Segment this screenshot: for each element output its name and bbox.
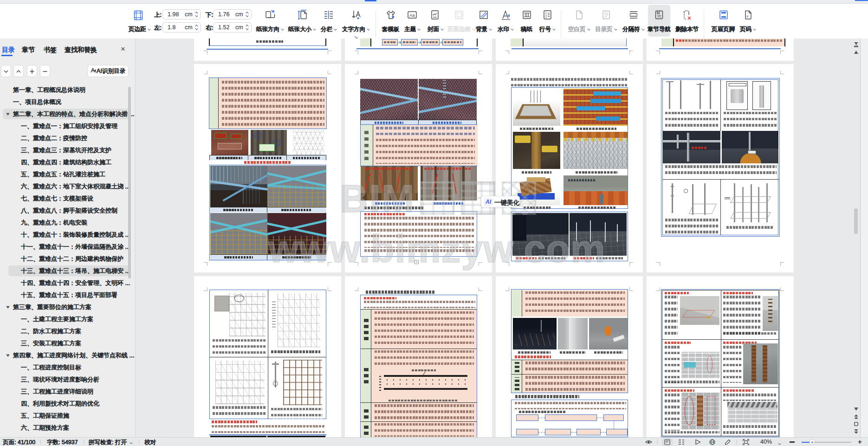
svg-text:Aa: Aa: [409, 13, 415, 18]
svg-text:2: 2: [545, 15, 547, 18]
svg-text:1: 1: [545, 12, 547, 15]
svg-text:#: #: [746, 14, 749, 19]
